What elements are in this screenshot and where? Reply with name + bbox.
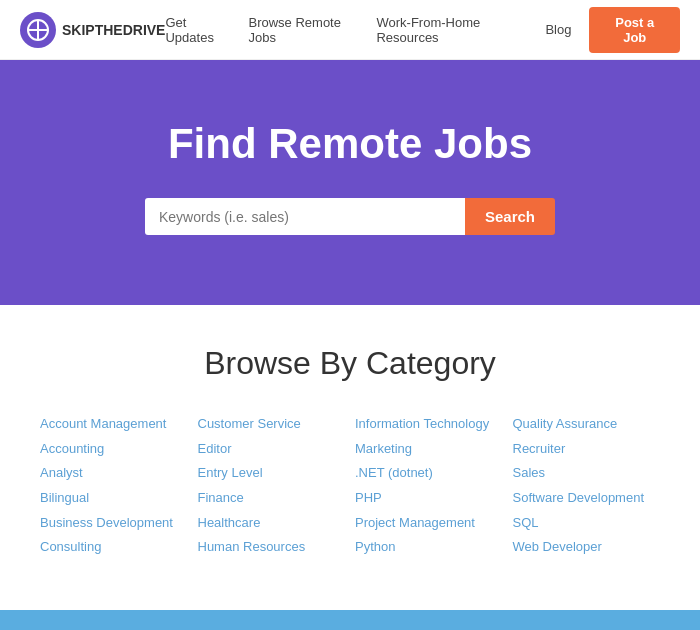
nav-work-from-home[interactable]: Work-From-Home Resources xyxy=(376,15,527,45)
category-link[interactable]: Recruiter xyxy=(513,441,566,456)
post-job-button[interactable]: Post a Job xyxy=(589,7,680,53)
category-link[interactable]: Business Development xyxy=(40,515,173,530)
search-input[interactable] xyxy=(145,198,465,235)
search-bar: Search xyxy=(20,198,680,235)
category-link[interactable]: Project Management xyxy=(355,515,475,530)
categories-grid: Account ManagementAccountingAnalystBilin… xyxy=(40,412,660,560)
category-link[interactable]: Entry Level xyxy=(198,465,263,480)
category-link[interactable]: SQL xyxy=(513,515,539,530)
category-link[interactable]: .NET (dotnet) xyxy=(355,465,433,480)
category-link[interactable]: Information Technology xyxy=(355,416,489,431)
why-section: Why SkipTheDrive? SIMPLE SEARCHGREAT COM… xyxy=(0,610,700,630)
category-column-col1: Account ManagementAccountingAnalystBilin… xyxy=(40,412,188,560)
logo-icon xyxy=(20,12,56,48)
category-link[interactable]: Account Management xyxy=(40,416,166,431)
category-link[interactable]: Software Development xyxy=(513,490,645,505)
category-link[interactable]: Customer Service xyxy=(198,416,301,431)
browse-section: Browse By Category Account ManagementAcc… xyxy=(0,305,700,610)
category-link[interactable]: Editor xyxy=(198,441,232,456)
category-column-col3: Information TechnologyMarketing.NET (dot… xyxy=(355,412,503,560)
category-link[interactable]: Human Resources xyxy=(198,539,306,554)
category-link[interactable]: Bilingual xyxy=(40,490,89,505)
hero-section: Find Remote Jobs Search xyxy=(0,60,700,305)
category-link[interactable]: Analyst xyxy=(40,465,83,480)
category-link[interactable]: Consulting xyxy=(40,539,101,554)
category-link[interactable]: Accounting xyxy=(40,441,104,456)
category-column-col2: Customer ServiceEditorEntry LevelFinance… xyxy=(198,412,346,560)
category-link[interactable]: Marketing xyxy=(355,441,412,456)
browse-title: Browse By Category xyxy=(40,345,660,382)
category-link[interactable]: Finance xyxy=(198,490,244,505)
nav-blog[interactable]: Blog xyxy=(545,22,571,37)
logo: SKIPTHEDRIVE xyxy=(20,12,165,48)
hero-title: Find Remote Jobs xyxy=(20,120,680,168)
category-link[interactable]: Sales xyxy=(513,465,546,480)
category-link[interactable]: Healthcare xyxy=(198,515,261,530)
category-column-col4: Quality AssuranceRecruiterSalesSoftware … xyxy=(513,412,661,560)
logo-text: SKIPTHEDRIVE xyxy=(62,22,165,38)
category-link[interactable]: PHP xyxy=(355,490,382,505)
nav-get-updates[interactable]: Get Updates xyxy=(165,15,230,45)
category-link[interactable]: Quality Assurance xyxy=(513,416,618,431)
main-nav: Get Updates Browse Remote Jobs Work-From… xyxy=(165,7,680,53)
nav-browse-remote-jobs[interactable]: Browse Remote Jobs xyxy=(248,15,358,45)
category-link[interactable]: Python xyxy=(355,539,395,554)
search-button[interactable]: Search xyxy=(465,198,555,235)
category-link[interactable]: Web Developer xyxy=(513,539,602,554)
header: SKIPTHEDRIVE Get Updates Browse Remote J… xyxy=(0,0,700,60)
